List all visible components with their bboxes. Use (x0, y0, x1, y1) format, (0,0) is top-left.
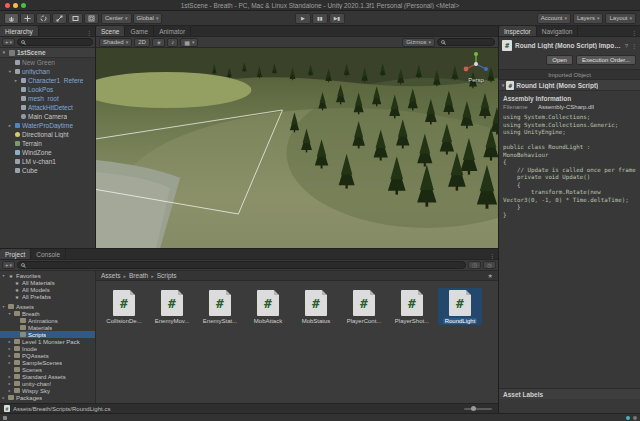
persp-label[interactable]: Persp (459, 77, 493, 83)
asset-file-playershot[interactable]: #PlayerShot... (390, 288, 434, 325)
breadcrumb-item-assets[interactable]: Assets (101, 272, 121, 279)
tab-project[interactable]: Project (0, 249, 31, 259)
foldout-arrow-icon[interactable]: ▾ (502, 83, 504, 88)
project-tree-item-breath[interactable]: ▾Breath (0, 310, 95, 317)
gizmos-dropdown[interactable]: Gizmos▾ (402, 38, 435, 47)
hierarchy-item-windzone[interactable]: WindZone (0, 148, 95, 157)
project-tree-item-materials[interactable]: Materials (0, 324, 95, 331)
expand-arrow-icon[interactable]: ▾ (1, 50, 7, 55)
hierarchy-item-character1-refere[interactable]: ▸Character1_Refere (0, 76, 95, 85)
kebab-menu-icon[interactable]: ⋮ (486, 252, 498, 259)
tab-hierarchy[interactable]: Hierarchy (0, 26, 39, 36)
project-tree-item-packages[interactable]: ▸Packages (0, 394, 95, 401)
search-by-type-button[interactable]: ◳ (468, 261, 481, 269)
rect-tool-button[interactable] (68, 13, 83, 24)
hierarchy-item-waterprodaytime[interactable]: ▸WaterProDaytime (0, 121, 95, 130)
effects-toggle-button[interactable]: ▦▾ (180, 38, 198, 47)
expand-arrow-icon[interactable]: ▸ (7, 360, 12, 365)
expand-arrow-icon[interactable]: ▸ (1, 395, 6, 400)
expand-arrow-icon[interactable]: ▾ (1, 304, 6, 309)
transform-tool-button[interactable] (84, 13, 99, 24)
help-icon[interactable]: ? (625, 43, 628, 49)
expand-arrow-icon[interactable]: ▸ (7, 388, 12, 393)
scene-viewport[interactable]: Persp (96, 48, 498, 248)
project-tree-item-all-materials[interactable]: ★All Materials (0, 279, 95, 286)
rotate-tool-button[interactable] (36, 13, 51, 24)
lighting-toggle-button[interactable]: ☀ (152, 38, 165, 47)
2d-toggle-button[interactable]: 2D (134, 38, 150, 47)
project-tree-item-wispy-sky[interactable]: ▸Wispy Sky (0, 387, 95, 394)
hierarchy-item-new-green[interactable]: New Green (0, 58, 95, 67)
breadcrumb-item-scripts[interactable]: Scripts (157, 272, 177, 279)
favorite-star-icon[interactable]: ★ (488, 272, 493, 279)
collab-status-icon[interactable] (626, 416, 630, 420)
script-subheader[interactable]: ▾ # Round Light (Mono Script) (499, 80, 640, 91)
play-button[interactable]: ▶ (295, 13, 311, 24)
project-tree-item-level-1-monster-pack[interactable]: ▸Level 1 Monster Pack (0, 338, 95, 345)
hierarchy-item-lookpos[interactable]: LookPos (0, 85, 95, 94)
project-tree-item-pqassets[interactable]: ▸PQAssets (0, 352, 95, 359)
execution-order-button[interactable]: Execution Order... (576, 55, 636, 65)
project-search-input[interactable] (17, 261, 466, 269)
layout-dropdown[interactable]: Layout▾ (605, 13, 636, 24)
asset-file-roundlight[interactable]: #RoundLight (438, 288, 482, 325)
tab-inspector[interactable]: Inspector (499, 26, 537, 36)
project-tree-item-scenes[interactable]: Scenes (0, 366, 95, 373)
asset-file-enemystat[interactable]: #EnemyStat... (198, 288, 242, 325)
tab-animator[interactable]: Animator (154, 26, 191, 36)
project-tree-item-animations[interactable]: Animations (0, 317, 95, 324)
hierarchy-item-mesh-root[interactable]: mesh_root (0, 94, 95, 103)
hierarchy-scene-row[interactable]: ▾ 1stScene (0, 48, 95, 58)
project-tree-item-all-models[interactable]: ★All Models (0, 286, 95, 293)
expand-arrow-icon[interactable]: ▸ (13, 78, 19, 83)
asset-file-mobattack[interactable]: #MobAttack (246, 288, 290, 325)
account-dropdown[interactable]: Account▾ (537, 13, 571, 24)
move-tool-button[interactable] (20, 13, 35, 24)
scene-3d-render[interactable] (96, 48, 498, 248)
progress-status-icon[interactable] (633, 416, 637, 420)
tab-scene[interactable]: Scene (96, 26, 125, 36)
minimize-window-button[interactable] (13, 3, 18, 8)
asset-file-enemymov[interactable]: #EnemyMov... (150, 288, 194, 325)
hierarchy-item-unitychan[interactable]: ▾unitychan (0, 67, 95, 76)
project-tree-item-standard-assets[interactable]: ▸Standard Assets (0, 373, 95, 380)
project-tree-item-scripts[interactable]: Scripts (0, 331, 95, 338)
project-tree-item-inode[interactable]: ▸Inode (0, 345, 95, 352)
asset-file-playercont[interactable]: #PlayerCont... (342, 288, 386, 325)
hierarchy-search-input[interactable] (17, 38, 93, 46)
asset-file-collisionde[interactable]: #CollisionDe... (102, 288, 146, 325)
expand-arrow-icon[interactable]: ▸ (7, 339, 12, 344)
expand-arrow-icon[interactable]: ▸ (7, 381, 12, 386)
expand-arrow-icon[interactable]: ▸ (7, 123, 13, 128)
expand-arrow-icon[interactable]: ▸ (7, 353, 12, 358)
tab-navigation[interactable]: Navigation (537, 26, 579, 36)
breadcrumb-item-breath[interactable]: Breath (129, 272, 148, 279)
project-tree-item-assets[interactable]: ▾Assets (0, 303, 95, 310)
kebab-menu-icon[interactable]: ⋮ (83, 29, 95, 36)
scale-tool-button[interactable] (52, 13, 67, 24)
hierarchy-item-directional-light[interactable]: Directional Light (0, 130, 95, 139)
hierarchy-item-terrain[interactable]: Terrain (0, 139, 95, 148)
space-toggle-button[interactable]: Global▾ (133, 13, 163, 24)
expand-arrow-icon[interactable]: ▸ (7, 346, 12, 351)
asset-labels-section[interactable]: Asset Labels (499, 388, 640, 399)
expand-arrow-icon[interactable]: ▾ (7, 311, 12, 316)
kebab-menu-icon[interactable]: ⋮ (631, 42, 637, 49)
tab-console[interactable]: Console (31, 249, 66, 259)
project-tree-item-unity-chan[interactable]: ▸unity-chan! (0, 380, 95, 387)
scene-orientation-gizmo[interactable]: Persp (459, 51, 493, 83)
kebab-menu-icon[interactable]: ⋮ (628, 29, 640, 36)
tab-game[interactable]: Game (125, 26, 154, 36)
asset-file-mobstatus[interactable]: #MobStatus (294, 288, 338, 325)
hierarchy-item-main-camera[interactable]: Main Camera (0, 112, 95, 121)
expand-arrow-icon[interactable]: ▾ (7, 69, 13, 74)
scene-search-input[interactable] (437, 38, 495, 46)
project-tree-item-samplescenes[interactable]: ▸SampleScenes (0, 359, 95, 366)
icon-size-slider[interactable] (464, 408, 492, 410)
layers-dropdown[interactable]: Layers▾ (573, 13, 604, 24)
project-tree-item-all-prefabs[interactable]: ★All Prefabs (0, 293, 95, 300)
draw-mode-dropdown[interactable]: Shaded▾ (99, 38, 132, 47)
expand-arrow-icon[interactable]: ▾ (1, 273, 6, 278)
hand-tool-button[interactable] (4, 13, 19, 24)
zoom-window-button[interactable] (21, 3, 26, 8)
